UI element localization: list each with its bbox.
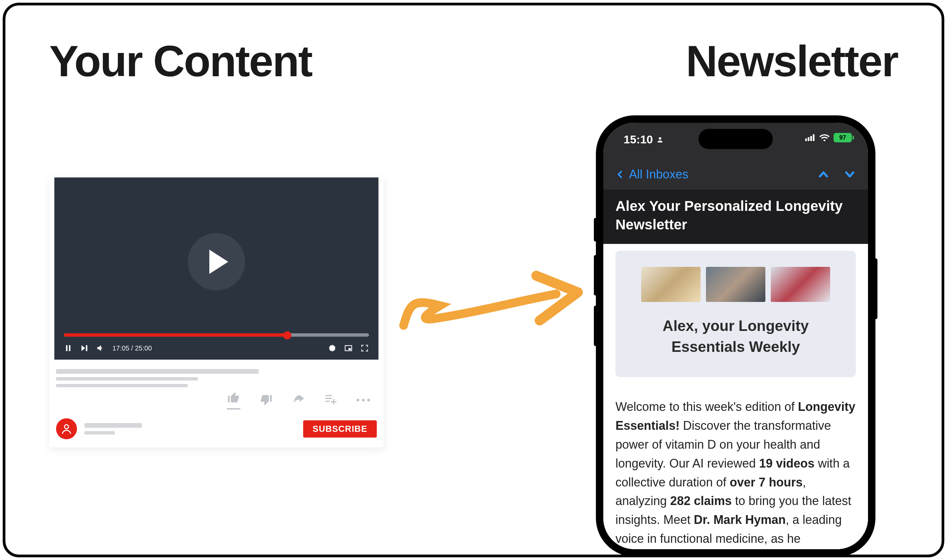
person-icon (60, 423, 72, 435)
mail-navbar: All Inboxes (603, 159, 868, 189)
person-status-icon (656, 136, 664, 143)
save-icon[interactable] (324, 393, 338, 407)
chevron-down-icon[interactable] (844, 168, 856, 180)
hero-image-3 (771, 267, 830, 302)
pause-icon[interactable] (64, 344, 72, 352)
channel-name-placeholder (85, 423, 142, 428)
status-bar: 15:10 97 (603, 123, 868, 159)
email-subject: Alex Your Personalized Longevity Newslet… (603, 189, 868, 244)
hero-image-2 (706, 267, 765, 302)
chevron-up-icon[interactable] (817, 168, 830, 180)
svg-point-1 (65, 425, 69, 429)
svg-point-2 (659, 137, 661, 139)
svg-rect-3 (805, 138, 807, 142)
more-icon[interactable] (356, 399, 370, 402)
hero-image-1 (641, 267, 700, 302)
svg-rect-4 (808, 137, 810, 141)
wifi-icon (819, 134, 830, 142)
arrow-icon (390, 262, 589, 343)
play-icon (209, 250, 228, 274)
dynamic-island (699, 129, 773, 149)
play-button[interactable] (188, 233, 245, 291)
title-placeholder (56, 369, 259, 374)
settings-icon[interactable] (328, 344, 336, 352)
cellular-icon (805, 134, 815, 142)
heading-newsletter: Newsletter (686, 36, 898, 86)
volume-icon[interactable] (96, 344, 105, 352)
share-icon[interactable] (292, 393, 305, 407)
phone-mockup: 15:10 97 All Inbo (597, 117, 874, 555)
meta-placeholder (56, 377, 198, 380)
battery-indicator: 97 (834, 133, 852, 142)
svg-rect-0 (349, 348, 351, 350)
svg-rect-5 (810, 136, 812, 141)
meta-placeholder-2 (56, 384, 188, 387)
email-body-text: Welcome to this week's edition of Longev… (615, 397, 856, 548)
progress-knob[interactable] (283, 331, 292, 339)
video-card: 17:05 / 25:00 (49, 177, 384, 447)
thumbs-up-icon[interactable] (227, 391, 241, 404)
miniplayer-icon[interactable] (344, 344, 353, 352)
video-player[interactable]: 17:05 / 25:00 (54, 177, 378, 360)
next-icon[interactable] (80, 344, 89, 352)
back-link[interactable]: All Inboxes (629, 167, 688, 182)
thumbs-down-icon[interactable] (259, 393, 273, 407)
hero-title: Alex, your Longevity Essentials Weekly (628, 315, 844, 357)
chevron-left-icon[interactable] (615, 170, 624, 179)
email-hero-card: Alex, your Longevity Essentials Weekly (615, 251, 856, 377)
subscribe-button[interactable]: SUBSCRIBE (303, 420, 377, 437)
channel-avatar[interactable] (56, 418, 77, 439)
channel-subs-placeholder (85, 431, 115, 434)
video-time-label: 17:05 / 25:00 (113, 345, 152, 352)
status-time: 15:10 (623, 133, 653, 146)
fullscreen-icon[interactable] (360, 344, 369, 352)
heading-your-content: Your Content (49, 36, 312, 86)
svg-rect-6 (813, 134, 815, 141)
progress-fill (64, 333, 287, 337)
